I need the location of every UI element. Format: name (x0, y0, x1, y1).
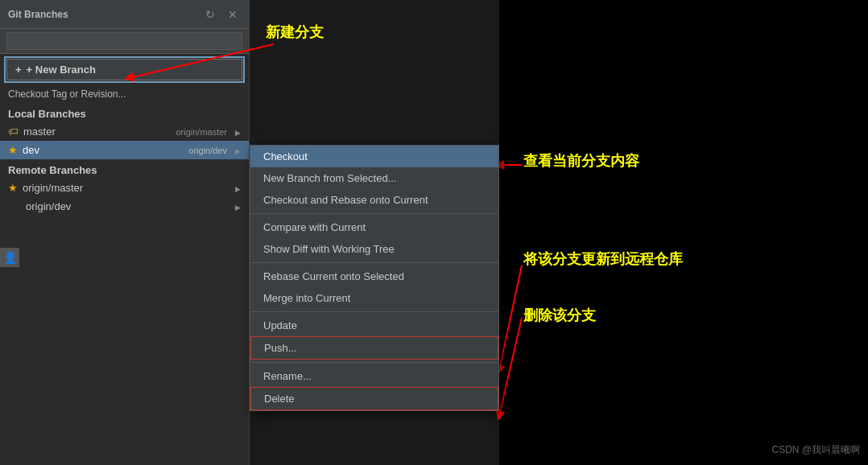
submenu-arrow (232, 183, 241, 193)
separator-2 (250, 262, 498, 263)
header-icons: ↻ ✕ (202, 6, 241, 23)
panel-header: Git Branches ↻ ✕ (0, 0, 249, 29)
watermark: CSDN @我叫晨曦啊 (771, 443, 860, 457)
branch-item-master[interactable]: 🏷 master origin/master (0, 122, 249, 141)
separator-1 (250, 213, 498, 214)
tag-icon: 🏷 (8, 126, 19, 138)
panel-title: Git Branches (8, 9, 68, 20)
star-icon: ★ (8, 144, 18, 156)
checkout-tag-label: Checkout Tag or Revision... (8, 88, 126, 100)
branch-item-origin-master[interactable]: ★ origin/master (0, 179, 249, 197)
plus-icon: + (15, 64, 22, 76)
separator-4 (250, 362, 498, 363)
branch-name: origin/master (23, 182, 227, 194)
branch-item-dev[interactable]: ★ dev origin/dev (0, 141, 249, 159)
branch-name: dev (23, 144, 184, 156)
search-input[interactable] (6, 32, 242, 50)
ctx-rebase-current[interactable]: Rebase Current onto Selected (250, 265, 498, 287)
refresh-button[interactable]: ↻ (202, 6, 218, 23)
ctx-rename[interactable]: Rename... (250, 365, 498, 387)
new-branch-label: + New Branch (27, 64, 96, 76)
submenu-arrow (232, 127, 241, 137)
ctx-show-diff[interactable]: Show Diff with Working Tree (250, 238, 498, 260)
new-branch-button[interactable]: + + New Branch (6, 59, 242, 80)
ctx-new-branch-from-selected[interactable]: New Branch from Selected... (250, 167, 498, 189)
close-button[interactable]: ✕ (225, 6, 241, 23)
separator-3 (250, 311, 498, 312)
ctx-push[interactable]: Push... (250, 336, 498, 360)
star-icon: ★ (8, 182, 18, 194)
annotation-new-branch: 新建分支 (266, 23, 324, 42)
branch-remote: origin/dev (188, 146, 227, 155)
person-icon: 👤 (0, 248, 19, 267)
ctx-checkout-rebase[interactable]: Checkout and Rebase onto Current (250, 189, 498, 211)
branch-name: origin/dev (26, 200, 227, 212)
submenu-arrow (232, 202, 241, 212)
branch-name: master (23, 126, 171, 138)
ctx-delete[interactable]: Delete (250, 387, 498, 410)
submenu-arrow (232, 146, 241, 155)
remote-branches-label: Remote Branches (0, 159, 249, 179)
ctx-merge-current[interactable]: Merge into Current (250, 287, 498, 309)
ctx-update[interactable]: Update (250, 315, 498, 336)
ctx-checkout[interactable]: Checkout (250, 146, 498, 167)
context-menu: Checkout New Branch from Selected... Che… (250, 145, 499, 411)
branch-remote: origin/master (176, 127, 227, 137)
checkout-tag-button[interactable]: Checkout Tag or Revision... (0, 85, 249, 103)
branch-item-origin-dev[interactable]: origin/dev (0, 197, 249, 216)
search-bar (0, 29, 249, 54)
git-branches-panel: Git Branches ↻ ✕ + + New Branch Checkout… (0, 0, 250, 465)
ctx-compare-current[interactable]: Compare with Current (250, 216, 498, 238)
right-area (499, 0, 868, 465)
local-branches-label: Local Branches (0, 103, 249, 122)
